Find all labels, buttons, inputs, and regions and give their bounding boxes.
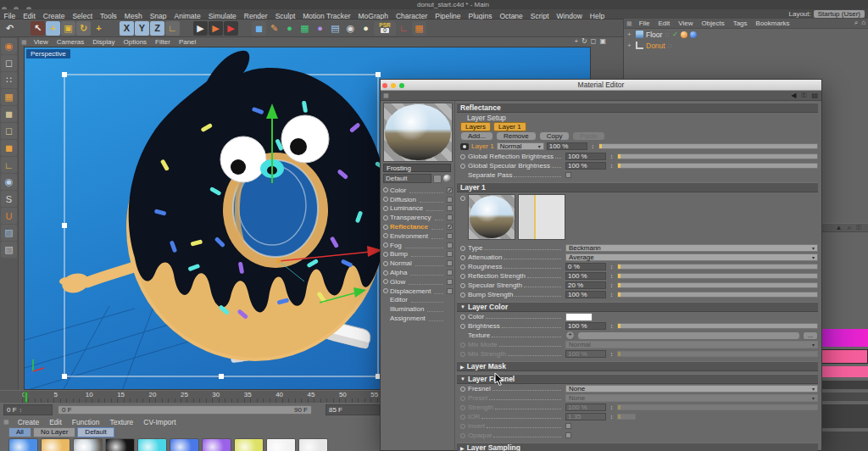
tweak-mode[interactable]: ◻ [1, 123, 17, 139]
channel-row[interactable]: Assignment [383, 314, 453, 323]
viewport-menu-item[interactable]: Display [88, 38, 119, 46]
object-row-donut[interactable]: + Donut :: [624, 40, 868, 51]
viewport-solo[interactable]: ◉ [1, 174, 17, 190]
mode-arrow-icon[interactable]: ▲ [836, 224, 843, 231]
preview-preset-dropdown[interactable]: Default [383, 174, 431, 183]
end-frame-field[interactable]: 85 F [326, 404, 380, 415]
channel-checkbox[interactable] [447, 288, 453, 294]
mm-menu-item[interactable]: Function [67, 418, 105, 426]
view-pan-icon[interactable]: + [574, 37, 578, 45]
points-mode[interactable]: ∷ [1, 72, 17, 88]
texture-add-button[interactable]: + [565, 331, 575, 340]
channel-row[interactable]: Reflectance [383, 222, 453, 231]
material-preview[interactable] [383, 103, 453, 162]
compositing-tag-icon[interactable] [690, 31, 697, 38]
channel-row[interactable]: Color [383, 186, 453, 195]
material-editor-titlebar[interactable]: Material Editor [381, 80, 821, 91]
record-dot-icon[interactable] [460, 154, 465, 159]
menu-item[interactable]: Create [39, 12, 69, 20]
section-layer-fresnel[interactable]: ▼Layer Fresnel [457, 374, 818, 384]
viewport-menu-item[interactable]: Options [120, 38, 152, 46]
layer-opacity-field[interactable]: 100 % [547, 142, 587, 150]
blend-mode-dropdown[interactable]: Normal▾ [497, 142, 544, 150]
menu-item[interactable]: MoGraph [354, 12, 392, 20]
camera-label[interactable]: Perspective [26, 49, 70, 58]
channel-row[interactable]: Displacement [383, 287, 453, 296]
panel-grip-icon[interactable]: ▦ [19, 39, 30, 46]
panel-grip-icon[interactable]: ▦ [0, 419, 13, 426]
last-tool[interactable]: + [92, 21, 106, 36]
layer-tab[interactable]: All [8, 427, 31, 437]
add-field[interactable]: ● [313, 21, 327, 36]
channel-row[interactable]: Environment [383, 231, 453, 241]
add-spline[interactable]: ✎ [267, 21, 281, 36]
spacer[interactable] [181, 21, 192, 36]
record-dot-icon[interactable] [460, 315, 465, 320]
spacer[interactable] [107, 21, 119, 36]
record-dot-icon[interactable] [460, 264, 465, 270]
channel-checkbox[interactable] [447, 279, 453, 285]
separate-pass-checkbox[interactable] [565, 172, 571, 178]
make-editable[interactable]: ◻ [1, 55, 17, 71]
fresnel-dropdown[interactable]: None▾ [565, 385, 818, 393]
record-dot-icon[interactable] [383, 215, 388, 220]
workplane-tile[interactable]: ▦ [412, 21, 426, 36]
record-dot-icon[interactable] [383, 252, 388, 257]
record-dot-icon[interactable] [383, 197, 388, 202]
global-reflection-field[interactable]: 100 % [565, 153, 606, 160]
move-tool[interactable]: + [46, 21, 60, 36]
material-swatch[interactable] [170, 438, 199, 451]
layer-opacity-slider[interactable] [598, 143, 818, 149]
brightness-field[interactable]: 100 % [565, 322, 606, 330]
lock-x-axis[interactable]: X [120, 21, 134, 36]
menu-item[interactable]: Script [526, 12, 553, 20]
menu-item[interactable]: File [0, 12, 19, 20]
remove-layer-button[interactable]: Remove [496, 131, 537, 141]
menu-item[interactable]: Snap [146, 12, 170, 20]
enabled-check-icon[interactable]: ✓ [672, 31, 678, 38]
channel-checkbox[interactable] [447, 242, 453, 248]
menu-item[interactable]: Edit [19, 12, 40, 20]
section-layer-mask[interactable]: ▶Layer Mask [457, 361, 818, 371]
edges-mode[interactable]: ▦ [1, 89, 17, 105]
visibility-dots[interactable]: :: [665, 31, 670, 37]
menu-item[interactable]: Window [553, 12, 586, 20]
record-dot-icon[interactable] [383, 279, 388, 284]
spacer[interactable] [239, 21, 251, 36]
channel-row[interactable]: Transparency [383, 213, 453, 222]
om-menu-item[interactable]: Bookmarks [752, 19, 794, 27]
menu-item[interactable]: Animate [170, 12, 204, 20]
section-layer-sampling[interactable]: ▶Layer Sampling [457, 443, 818, 451]
specular-strength-field[interactable]: 20 % [565, 281, 606, 289]
back-arrow-icon[interactable]: ◀ [791, 92, 796, 99]
coord-system[interactable]: ∟ [165, 21, 180, 36]
menu-item[interactable]: Help [586, 12, 608, 20]
channel-checkbox[interactable] [447, 270, 453, 276]
preview-option-box[interactable] [433, 175, 442, 183]
layer-preview-thumb[interactable] [468, 194, 515, 240]
timeline-playhead[interactable] [25, 392, 28, 403]
global-specular-slider[interactable] [617, 163, 818, 169]
material-name-field[interactable]: Frosting [383, 164, 451, 172]
record-dot-icon[interactable] [460, 196, 465, 201]
viewport-menu-item[interactable]: Panel [175, 38, 200, 46]
workplane-lock[interactable]: ▨ [1, 225, 17, 241]
panel-grip-icon[interactable]: ▦ [381, 92, 392, 99]
texture-path-field[interactable] [577, 331, 800, 340]
menu-item[interactable]: Pipeline [431, 12, 465, 20]
render-settings[interactable]: ▶ [224, 21, 238, 36]
channel-row[interactable]: Luminance [383, 204, 453, 214]
roughness-field[interactable]: 0 % [565, 263, 606, 270]
channel-row[interactable]: Normal [383, 259, 453, 268]
material-swatch[interactable] [8, 438, 38, 451]
lock-z-axis[interactable]: Z [150, 21, 164, 36]
channel-checkbox[interactable] [447, 260, 453, 266]
attenuation-dropdown[interactable]: Average▾ [565, 253, 818, 261]
panel-grip-icon[interactable]: ▦ [624, 20, 635, 27]
menu-item[interactable]: Motion Tracker [299, 12, 354, 20]
lock-icon[interactable]: ⚿ [801, 92, 806, 100]
record-dot-icon[interactable] [383, 270, 388, 276]
section-layer-color[interactable]: ▼Layer Color [457, 302, 818, 312]
global-reflection-slider[interactable] [617, 153, 818, 159]
lock-icon[interactable]: ⚿ [856, 224, 861, 232]
